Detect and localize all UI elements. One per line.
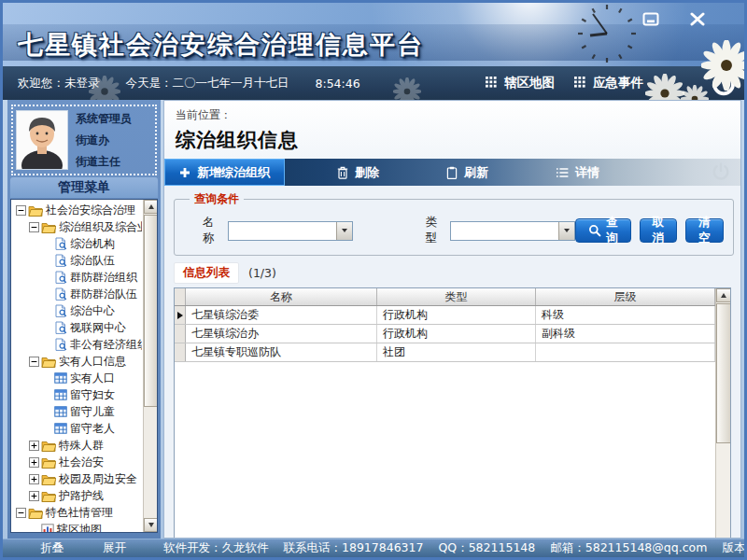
table-row[interactable]: 七星镇专职巡防队社团	[175, 343, 715, 362]
tree-item-综治中心[interactable]: 综治中心	[12, 302, 142, 319]
folder-icon	[41, 440, 56, 452]
tree-item-label: 留守老人	[70, 421, 115, 437]
grid-header-row: 名称类型层级	[175, 288, 715, 306]
scroll-up-icon[interactable]	[716, 288, 731, 302]
tree-item-留守儿童[interactable]: 留守儿童	[12, 403, 142, 420]
tree-item-label: 特色社情管理	[46, 505, 113, 521]
tree-item-辖区地图[interactable]: 辖区地图	[12, 521, 142, 532]
scroll-down-icon[interactable]	[144, 518, 158, 532]
toolbar-button-label: 详情	[575, 164, 599, 181]
tree-item-label: 校园及周边安全	[59, 471, 137, 487]
nav-emergency-button[interactable]: 应急事件	[574, 66, 643, 100]
body: 系统管理员 街道办 街道主任 管理菜单 社会治安综合治理综治组织及综合业务综治机…	[3, 100, 744, 539]
tree-item-视联网中心[interactable]: 视联网中心	[12, 319, 142, 336]
清空-button[interactable]: 清空	[685, 218, 724, 243]
tree-item-label: 社会治安	[59, 455, 104, 470]
table-cell	[536, 343, 715, 361]
clipboard-icon	[446, 166, 458, 179]
expand-button[interactable]: 展开	[103, 540, 126, 556]
close-button[interactable]	[686, 10, 709, 27]
query-legend: 查询条件	[190, 191, 244, 207]
tree-item-留守老人[interactable]: 留守老人	[12, 420, 142, 437]
page-title: 综治组织信息	[176, 127, 729, 153]
tree-item-实有人口[interactable]: 实有人口	[12, 370, 142, 386]
type-combo-input[interactable]	[451, 222, 558, 240]
column-header-层级[interactable]: 层级	[536, 288, 715, 305]
list-label: 信息列表	[174, 262, 239, 284]
tree-item-校园及周边安全[interactable]: 校园及周边安全	[12, 470, 142, 487]
name-combo-input[interactable]	[229, 222, 336, 240]
tree-item-社会治安[interactable]: 社会治安	[12, 454, 142, 470]
tree-item-综治机构[interactable]: 综治机构	[12, 235, 142, 252]
tree-scrollbar[interactable]	[143, 200, 157, 532]
collapse-node-icon[interactable]	[16, 205, 26, 216]
power-icon	[710, 70, 738, 98]
collapse-button[interactable]: 折叠	[40, 540, 63, 556]
user-role: 街道办	[76, 133, 132, 148]
user-role: 街道主任	[76, 154, 132, 170]
nav-district-map-button[interactable]: 辖区地图	[486, 66, 555, 100]
toolbar-button-label: 刷新	[464, 164, 488, 181]
查询-button[interactable]: 查询	[575, 218, 631, 243]
column-header-类型[interactable]: 类型	[377, 288, 536, 305]
tree-item-非公有经济组织[interactable]: 非公有经济组织	[12, 336, 142, 353]
collapse-node-icon[interactable]	[29, 357, 39, 367]
time-text: 8:54:46	[316, 77, 360, 91]
app-window: 七星镇社会治安综合治理信息平台 欢迎您：未登录 今天是：二〇一七年一月十七日 8…	[0, 0, 747, 560]
tree-item-综治队伍[interactable]: 综治队伍	[12, 252, 142, 269]
doc-icon	[54, 304, 67, 317]
map-icon	[41, 524, 54, 532]
tree-item-护路护线[interactable]: 护路护线	[12, 487, 142, 504]
grid-scrollbar[interactable]	[715, 288, 730, 539]
tree-item-综治组织及综合业务[interactable]: 综治组织及综合业务	[12, 218, 142, 235]
tree-item-实有人口信息[interactable]: 实有人口信息	[12, 353, 142, 370]
row-selector[interactable]	[175, 325, 186, 343]
toolbar-button-新增综治组织[interactable]: 新增综治组织	[164, 159, 285, 186]
toolbar-button-刷新[interactable]: 刷新	[431, 159, 503, 186]
logout-power-button[interactable]	[709, 69, 739, 99]
row-selector[interactable]	[175, 306, 186, 324]
column-header-名称[interactable]: 名称	[186, 288, 377, 305]
minimize-button[interactable]	[640, 10, 662, 27]
grid-selector-header	[175, 288, 186, 305]
tree-item-特殊人群[interactable]: 特殊人群	[12, 437, 142, 454]
search-icon	[588, 224, 601, 237]
chevron-down-icon[interactable]	[336, 222, 352, 240]
table-row[interactable]: 七星镇综治委行政机构科级	[175, 306, 715, 325]
toolbar-button-详情[interactable]: 详情	[541, 159, 614, 186]
chevron-down-icon[interactable]	[558, 222, 574, 240]
tree-item-label: 视联网中心	[70, 320, 126, 336]
expand-node-icon[interactable]	[29, 491, 39, 501]
type-combobox[interactable]	[450, 221, 575, 241]
table-cell: 七星镇专职巡防队	[186, 343, 377, 361]
collapse-node-icon[interactable]	[16, 508, 26, 518]
tree-item-群防群治队伍[interactable]: 群防群治队伍	[12, 286, 142, 302]
expand-node-icon[interactable]	[29, 457, 39, 468]
row-selector[interactable]	[175, 343, 186, 361]
status-text: 软件开发：久龙软件	[163, 540, 269, 556]
table-icon	[54, 372, 67, 384]
取消-button[interactable]: 取消	[640, 218, 678, 243]
status-text: 联系电话：18917846317	[284, 540, 424, 556]
tree-item-特色社情管理[interactable]: 特色社情管理	[12, 504, 142, 521]
expand-node-icon[interactable]	[29, 474, 39, 484]
toolbar-power-icon[interactable]	[711, 161, 731, 186]
toolbar-button-删除[interactable]: 删除	[322, 159, 394, 186]
collapse-node-icon[interactable]	[29, 222, 39, 232]
tree-item-社会治安综合治理[interactable]: 社会治安综合治理	[12, 202, 142, 218]
folder-icon	[41, 456, 56, 469]
type-field-label: 类型	[426, 215, 438, 246]
tree-item-label: 实有人口	[70, 371, 115, 386]
tree-item-留守妇女[interactable]: 留守妇女	[12, 386, 142, 403]
tree-item-群防群治组织[interactable]: 群防群治组织	[12, 269, 142, 286]
scrollbar-thumb[interactable]	[144, 215, 158, 407]
expand-node-icon[interactable]	[29, 441, 39, 451]
scrollbar-thumb[interactable]	[716, 303, 731, 443]
name-combobox[interactable]	[228, 221, 353, 241]
doc-icon	[54, 321, 67, 334]
tree-item-label: 综治中心	[70, 303, 115, 319]
status-text: QQ：582115148	[438, 540, 535, 556]
scroll-up-icon[interactable]	[144, 200, 158, 214]
table-row[interactable]: 七星镇综治办行政机构副科级	[175, 325, 715, 343]
folder-icon	[41, 473, 56, 485]
